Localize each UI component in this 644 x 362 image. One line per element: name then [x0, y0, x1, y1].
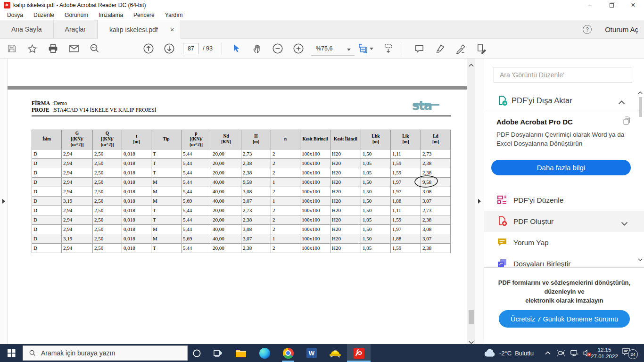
meet-now-button[interactable] [554, 344, 568, 362]
sidebar-scroll-down-icon[interactable] [638, 255, 643, 263]
tray-expand-button[interactable] [541, 344, 554, 362]
menu-d-zenle[interactable]: Düzenle [28, 10, 59, 20]
scroll-up-icon[interactable] [469, 60, 474, 69]
table-cell: M [151, 224, 182, 234]
window-title: kalıp iskelesi.pdf - Adobe Acrobat Reade… [13, 0, 146, 10]
minimize-button[interactable]: – [579, 0, 601, 10]
edge-button[interactable] [253, 344, 276, 362]
restore-button[interactable] [601, 0, 622, 10]
toolbar: / 93 %75,6 [0, 39, 644, 58]
hand-tool-icon[interactable] [249, 41, 265, 57]
fit-width-icon[interactable] [355, 41, 376, 57]
menu-yard-m[interactable]: Yardım [160, 10, 188, 20]
column-header: Lbk [m] [361, 130, 391, 149]
task-view-button[interactable] [206, 344, 229, 362]
table-cell: 2,38 [421, 243, 451, 253]
table-cell: 1,50 [361, 149, 391, 158]
sidebar-scrollbar-thumb[interactable] [639, 97, 642, 117]
sidebar-tool-pdf-yi-d-zenle[interactable]: PDF'yi Düzenle [484, 189, 644, 211]
print-icon[interactable] [45, 41, 61, 57]
sidebar-tool-pdf-olu-tur[interactable]: PDF Oluştur [484, 211, 644, 232]
highlight-tool-icon[interactable] [432, 41, 448, 57]
comment-icon [496, 237, 508, 250]
collapse-tools-pane-arrow[interactable] [478, 199, 481, 204]
tab-kal-p-iskelesi-pdf[interactable]: kalıp iskelesi.pdf× [98, 20, 181, 39]
sidebar-scroll-up-icon[interactable] [638, 88, 643, 96]
help-icon[interactable]: ? [583, 25, 592, 34]
save-icon[interactable] [4, 41, 20, 57]
network-icon [570, 349, 578, 357]
chevron-up-icon[interactable] [618, 98, 625, 107]
chrome-button[interactable] [276, 344, 300, 362]
table-cell: 3,07 [421, 234, 451, 243]
table-cell: 2,50 [93, 224, 122, 234]
scrollbar-thumb[interactable] [469, 310, 474, 324]
clock-widget[interactable]: 12:15 27.01.2022 [588, 346, 620, 360]
table-cell: 40,00 [211, 187, 241, 196]
menu-dosya[interactable]: Dosya [2, 10, 28, 20]
edge-icon [259, 348, 270, 359]
close-button[interactable]: × [622, 0, 644, 10]
word-button[interactable]: W [300, 344, 323, 362]
email-icon[interactable] [66, 41, 82, 57]
tab-ara-lar[interactable]: Araçlar [54, 20, 98, 39]
table-cell: 1,11 [391, 149, 421, 158]
table-row: D2,942,500,018T5,4420,002,382100x100H201… [32, 215, 451, 224]
table-cell: 2 [271, 224, 300, 234]
table-cell: 2 [271, 149, 300, 158]
sidebar-scrollbar[interactable] [637, 88, 644, 263]
copy-pages-icon [622, 116, 632, 128]
acrobat-button[interactable] [347, 344, 371, 362]
menu-i-mzalama[interactable]: İmzalama [93, 10, 128, 20]
table-cell: 20,00 [211, 168, 241, 177]
export-pdf-section[interactable]: PDF'yi Dışa Aktar [484, 91, 644, 109]
table-row: D2,942,500,018T5,4420,002,382100x100H201… [32, 243, 451, 253]
star-icon[interactable] [24, 41, 40, 57]
menu-g-r-n-m[interactable]: Görünüm [59, 10, 93, 20]
network-button[interactable] [568, 344, 581, 362]
scroll-mode-icon[interactable] [380, 41, 396, 57]
cortana-button[interactable] [188, 344, 206, 362]
notification-center-button[interactable]: 24 [621, 347, 640, 359]
table-cell: 5,44 [182, 243, 211, 253]
page-down-icon[interactable] [161, 41, 177, 57]
table-cell: D [32, 187, 62, 196]
select-tool-icon[interactable] [228, 41, 244, 57]
zoom-level-dropdown[interactable]: %75,6 [311, 41, 355, 56]
tray-chevron-up-icon [545, 351, 551, 355]
comment-tool-icon[interactable] [411, 41, 427, 57]
tab-ana-sayfa[interactable]: Ana Sayfa [0, 20, 54, 39]
tools-pane-handle [475, 58, 484, 344]
open-nav-pane-arrow[interactable] [2, 199, 5, 204]
zoom-in-icon[interactable] [290, 41, 306, 57]
file-explorer-button[interactable] [229, 344, 253, 362]
proje-value: :STA4CAD V14 İSKELE VE KALIP PROJESİ [52, 107, 156, 113]
table-cell: 2,94 [62, 158, 93, 168]
table-cell: 20,00 [211, 215, 241, 224]
weather-widget[interactable]: -2°C Bulutlu [484, 344, 534, 362]
sign-in-button[interactable]: Oturum Aç [605, 25, 638, 33]
tools-search-input[interactable] [494, 67, 632, 82]
menu-pencere[interactable]: Pencere [128, 10, 160, 20]
sidebar-tool-yorum-yap[interactable]: Yorum Yap [484, 232, 644, 253]
table-cell: 5,69 [182, 196, 211, 206]
more-tools-icon[interactable] [473, 41, 489, 57]
more-info-button[interactable]: Daha fazla bilgi [491, 160, 631, 175]
zoom-out-icon[interactable] [270, 41, 286, 57]
edit-pdf-icon [496, 194, 508, 207]
document-scrollbar[interactable] [467, 58, 475, 344]
search-icon[interactable] [87, 41, 103, 57]
taskbar-search[interactable]: Aramak için buraya yazın [23, 346, 188, 361]
chevron-down-icon[interactable] [621, 219, 628, 228]
tool-label: Dosyaları Birleştir [513, 253, 570, 268]
free-trial-button[interactable]: Ücretsiz 7 Günlük Deneme Sürümü [499, 310, 630, 328]
tab-close-icon[interactable]: × [170, 20, 174, 39]
sidebar-tool-dosyalar-birle-tir[interactable]: Dosyaları Birleştir [484, 253, 644, 268]
page-up-icon[interactable] [140, 41, 157, 57]
sta4cad-button[interactable] [323, 344, 347, 362]
table-cell: 2,94 [62, 206, 93, 215]
sign-tool-icon[interactable] [453, 41, 469, 57]
table-cell: 100x100 [300, 187, 330, 196]
start-button[interactable] [0, 344, 23, 362]
page-number-input[interactable] [183, 43, 199, 54]
